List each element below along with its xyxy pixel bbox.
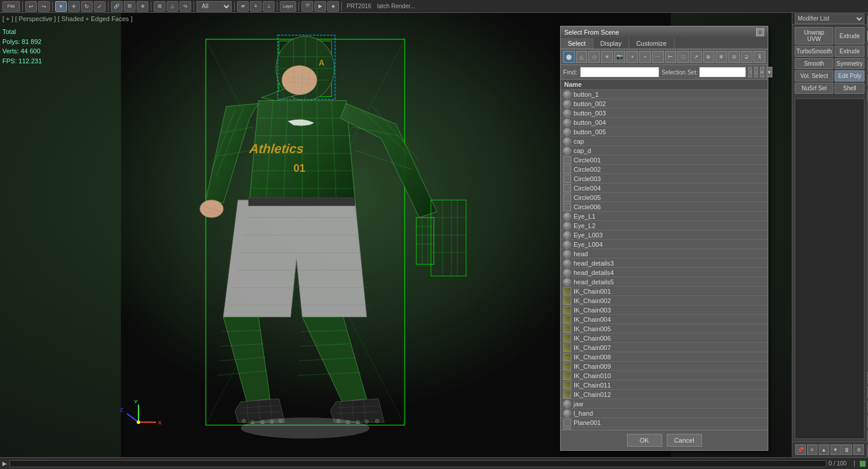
rotate-button[interactable]: ↻ [81,1,93,12]
dialog-close-button[interactable]: × [756,28,764,36]
scene-list-item[interactable]: IK_Chain004 [561,315,768,324]
percent-snap-button[interactable]: % [179,1,191,12]
dialog-tab-customize[interactable]: Customize [629,38,674,49]
scene-list-item[interactable]: Circle005 [561,193,768,202]
scene-list-item[interactable]: jaw [561,399,768,409]
vol-select-btn[interactable]: Vol. Select [795,70,833,81]
pin-stack-btn[interactable]: 📌 [795,444,806,455]
bind-button[interactable]: ⊕ [137,1,148,12]
all-types-btn[interactable]: ⬤ [563,51,575,63]
angle-snap-button[interactable]: △ [167,1,178,12]
geometry-btn[interactable]: △ [576,51,588,63]
render-setup-btn[interactable]: 🎬 [301,1,313,12]
scene-list-item[interactable]: IK_Chain010 [561,371,768,380]
down-arrow-btn[interactable]: ▼ [767,67,772,77]
scene-list-item[interactable]: head_details5 [561,277,768,287]
align-button[interactable]: ≡ [250,1,262,12]
scene-list-item[interactable]: l_hand [561,409,768,418]
scene-list-item[interactable]: head_details3 [561,259,768,268]
layer-btn[interactable]: Layer [280,1,296,12]
scene-list[interactable]: button_1button_002button_003button_004bu… [561,90,768,430]
scene-list-item[interactable]: Eye_L1 [561,212,768,221]
scene-list-item[interactable]: IK_Chain003 [561,305,768,315]
sort-ascending-btn[interactable]: ↑ [748,67,752,77]
move-up-btn[interactable]: ▲ [819,444,829,455]
unwrap-uvw-btn[interactable]: Unwrap UVW [795,27,833,45]
nsurf-sel-btn[interactable]: NuSrf Sel [795,83,833,94]
scene-list-item[interactable]: Circle001 [561,155,768,165]
frozen-btn[interactable]: ❄ [716,51,727,63]
scene-list-item[interactable]: head_details4 [561,268,768,277]
cameras-btn[interactable]: 📷 [614,51,626,63]
scene-list-item[interactable]: cap_d [561,146,768,155]
scene-list-item[interactable]: head [561,249,768,259]
ok-button[interactable]: OK [627,434,662,447]
scene-list-item[interactable]: Eye_L003 [561,230,768,240]
extrude-btn-1[interactable]: Extrude [835,27,864,45]
show-all-btn[interactable]: ≡ [807,444,818,455]
sort-descending-btn[interactable]: ↓ [754,67,758,77]
cancel-button[interactable]: Cancel [667,434,702,447]
particles-btn[interactable]: ⋯ [652,51,664,63]
scene-list-item[interactable]: Plane002 [561,427,768,430]
move-down-btn[interactable]: ▼ [830,444,841,455]
list-view-btn[interactable]: ≡ [760,67,764,77]
shell-btn[interactable]: Shell [835,83,864,94]
shapes-btn[interactable]: ◇ [588,51,600,63]
scene-list-item[interactable]: Plane001 [561,418,768,427]
menu-button[interactable]: File [2,1,20,12]
scene-list-item[interactable]: IK_Chain006 [561,334,768,343]
groups-btn[interactable]: □ [677,51,689,63]
viewport-selector[interactable]: All [196,1,232,12]
scene-list-item[interactable]: cap [561,137,768,146]
scene-list-item[interactable]: IK_Chain007 [561,343,768,352]
selection-set-input[interactable] [699,67,746,77]
snap-button[interactable]: ⊞ [154,1,165,12]
symmetry-btn[interactable]: Symmetry [835,58,864,69]
dialog-tab-display[interactable]: Display [594,38,629,49]
scene-list-item[interactable]: Circle003 [561,174,768,183]
helpers-btn[interactable]: + [626,51,638,63]
scale-button[interactable]: ⤢ [94,1,106,12]
lights-btn[interactable]: ☀ [601,51,613,63]
scene-list-item[interactable]: IK_Chain012 [561,390,768,399]
delete-modifier-btn[interactable]: 🗑 [842,444,852,455]
xrefs-btn[interactable]: ↗ [690,51,702,63]
scene-list-item[interactable]: Eye_L2 [561,221,768,230]
smooth-btn[interactable]: Smooth [795,58,833,69]
scene-list-item[interactable]: button_003 [561,108,768,118]
select-button[interactable]: ✦ [55,1,67,12]
undo-button[interactable]: ↩ [25,1,37,12]
scene-list-item[interactable]: IK_Chain002 [561,296,768,305]
modifier-list-dropdown[interactable]: Modifier List [795,13,864,24]
unlink-button[interactable]: ⛓ [124,1,135,12]
material-btn[interactable]: ◈ [327,1,339,12]
bones-btn[interactable]: ⊢ [665,51,677,63]
hidden-btn[interactable]: ⊘ [728,51,740,63]
scene-list-item[interactable]: IK_Chain005 [561,324,768,334]
scene-list-item[interactable]: button_004 [561,118,768,127]
redo-button[interactable]: ↪ [38,1,50,12]
turbosmooth-btn[interactable]: TurboSmooth [795,46,833,57]
scene-list-item[interactable]: Eye_L004 [561,240,768,249]
find-input[interactable] [580,67,659,77]
cab-btn[interactable]: ⊕ [703,51,715,63]
scene-list-item[interactable]: IK_Chain001 [561,287,768,296]
scene-list-item[interactable]: button_1 [561,90,768,99]
scene-list-item[interactable]: IK_Chain008 [561,352,768,362]
move-button[interactable]: ✛ [68,1,80,12]
scene-list-item[interactable]: button_002 [561,99,768,108]
extrude-btn-2[interactable]: Extrude [835,46,864,57]
scene-list-item[interactable]: Circle004 [561,183,768,193]
scene-list-item[interactable]: Circle002 [561,165,768,174]
select-subtree-btn[interactable]: ⊇ [741,51,753,63]
scene-list-item[interactable]: IK_Chain011 [561,380,768,390]
dialog-tab-select[interactable]: Select [561,38,594,49]
invert-selection-btn[interactable]: ⊼ [754,51,765,63]
scene-list-item[interactable]: button_005 [561,127,768,137]
spacewarps-btn[interactable]: ~ [639,51,651,63]
edit-poly-btn[interactable]: Edit Poly [835,70,864,81]
scene-list-item[interactable]: Circle006 [561,202,768,212]
link-button[interactable]: 🔗 [111,1,123,12]
scene-list-item[interactable]: IK_Chain009 [561,362,768,371]
